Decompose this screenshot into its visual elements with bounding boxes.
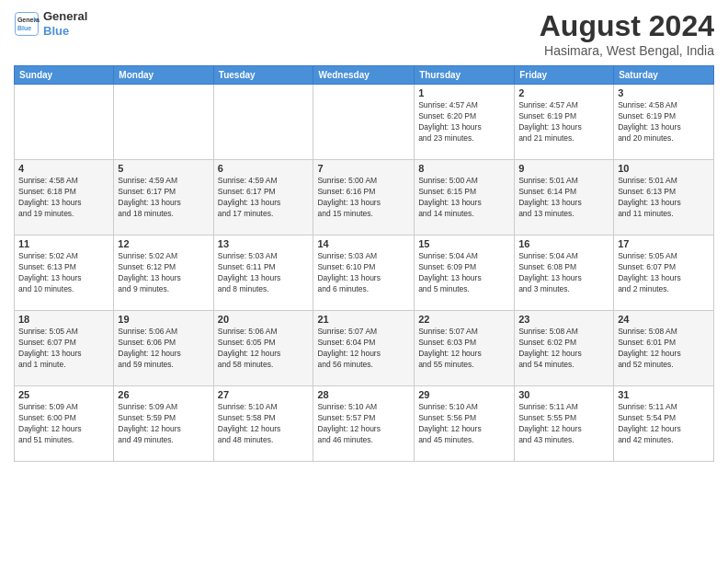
- day-number: 5: [118, 163, 209, 174]
- calendar-header-row: Sunday Monday Tuesday Wednesday Thursday…: [15, 66, 714, 85]
- day-number: 23: [518, 314, 609, 325]
- table-row: 18Sunrise: 5:05 AM Sunset: 6:07 PM Dayli…: [15, 311, 114, 386]
- day-number: 16: [518, 238, 609, 249]
- day-number: 2: [518, 87, 609, 98]
- day-info: Sunrise: 5:06 AM Sunset: 6:06 PM Dayligh…: [118, 327, 209, 371]
- day-number: 19: [118, 314, 209, 325]
- week-row-3: 11Sunrise: 5:02 AM Sunset: 6:13 PM Dayli…: [15, 236, 714, 311]
- table-row: 2Sunrise: 4:57 AM Sunset: 6:19 PM Daylig…: [515, 85, 614, 160]
- day-info: Sunrise: 5:08 AM Sunset: 6:01 PM Dayligh…: [618, 327, 710, 371]
- day-number: 17: [618, 238, 710, 249]
- table-row: 20Sunrise: 5:06 AM Sunset: 6:05 PM Dayli…: [213, 311, 313, 386]
- table-row: 7Sunrise: 5:00 AM Sunset: 6:16 PM Daylig…: [313, 160, 415, 236]
- day-number: 27: [218, 389, 310, 400]
- table-row: 28Sunrise: 5:10 AM Sunset: 5:57 PM Dayli…: [313, 386, 415, 462]
- logo-icon: General Blue: [14, 11, 40, 37]
- col-monday: Monday: [114, 66, 213, 85]
- col-saturday: Saturday: [614, 66, 714, 85]
- table-row: [114, 85, 213, 160]
- logo-text: General Blue: [43, 9, 87, 38]
- day-number: 13: [218, 238, 310, 249]
- col-thursday: Thursday: [415, 66, 515, 85]
- day-info: Sunrise: 5:04 AM Sunset: 6:09 PM Dayligh…: [418, 251, 510, 295]
- table-row: 30Sunrise: 5:11 AM Sunset: 5:55 PM Dayli…: [515, 386, 614, 462]
- day-number: 18: [18, 314, 109, 325]
- table-row: 24Sunrise: 5:08 AM Sunset: 6:01 PM Dayli…: [614, 311, 714, 386]
- col-wednesday: Wednesday: [313, 66, 415, 85]
- day-info: Sunrise: 5:00 AM Sunset: 6:16 PM Dayligh…: [317, 176, 410, 220]
- day-number: 3: [618, 87, 710, 98]
- day-info: Sunrise: 5:04 AM Sunset: 6:08 PM Dayligh…: [518, 251, 609, 295]
- table-row: [313, 85, 415, 160]
- table-row: 4Sunrise: 4:58 AM Sunset: 6:18 PM Daylig…: [15, 160, 114, 236]
- day-info: Sunrise: 4:57 AM Sunset: 6:19 PM Dayligh…: [518, 100, 609, 144]
- day-info: Sunrise: 5:11 AM Sunset: 5:54 PM Dayligh…: [618, 402, 710, 446]
- table-row: 11Sunrise: 5:02 AM Sunset: 6:13 PM Dayli…: [15, 236, 114, 311]
- table-row: 10Sunrise: 5:01 AM Sunset: 6:13 PM Dayli…: [614, 160, 714, 236]
- day-info: Sunrise: 5:01 AM Sunset: 6:14 PM Dayligh…: [518, 176, 609, 220]
- calendar-table: Sunday Monday Tuesday Wednesday Thursday…: [14, 65, 714, 462]
- day-info: Sunrise: 5:08 AM Sunset: 6:02 PM Dayligh…: [518, 327, 609, 371]
- day-number: 11: [18, 238, 109, 249]
- month-title: August 2024: [540, 9, 714, 43]
- day-info: Sunrise: 5:09 AM Sunset: 5:59 PM Dayligh…: [118, 402, 209, 446]
- day-info: Sunrise: 4:57 AM Sunset: 6:20 PM Dayligh…: [418, 100, 510, 144]
- title-block: August 2024 Hasimara, West Bengal, India: [540, 9, 714, 58]
- day-number: 25: [18, 389, 109, 400]
- col-tuesday: Tuesday: [213, 66, 313, 85]
- day-info: Sunrise: 5:11 AM Sunset: 5:55 PM Dayligh…: [518, 402, 609, 446]
- table-row: 12Sunrise: 5:02 AM Sunset: 6:12 PM Dayli…: [114, 236, 213, 311]
- day-info: Sunrise: 5:10 AM Sunset: 5:58 PM Dayligh…: [218, 402, 310, 446]
- table-row: 31Sunrise: 5:11 AM Sunset: 5:54 PM Dayli…: [614, 386, 714, 462]
- week-row-5: 25Sunrise: 5:09 AM Sunset: 6:00 PM Dayli…: [15, 386, 714, 462]
- table-row: 17Sunrise: 5:05 AM Sunset: 6:07 PM Dayli…: [614, 236, 714, 311]
- svg-text:Blue: Blue: [17, 25, 31, 31]
- day-number: 26: [118, 389, 209, 400]
- table-row: 25Sunrise: 5:09 AM Sunset: 6:00 PM Dayli…: [15, 386, 114, 462]
- header: General Blue General Blue August 2024 Ha…: [14, 9, 714, 58]
- table-row: 6Sunrise: 4:59 AM Sunset: 6:17 PM Daylig…: [213, 160, 313, 236]
- day-number: 20: [218, 314, 310, 325]
- day-info: Sunrise: 4:58 AM Sunset: 6:18 PM Dayligh…: [18, 176, 109, 220]
- day-number: 21: [317, 314, 410, 325]
- day-number: 28: [317, 389, 410, 400]
- day-info: Sunrise: 5:02 AM Sunset: 6:12 PM Dayligh…: [118, 251, 209, 295]
- table-row: 8Sunrise: 5:00 AM Sunset: 6:15 PM Daylig…: [415, 160, 515, 236]
- table-row: 22Sunrise: 5:07 AM Sunset: 6:03 PM Dayli…: [415, 311, 515, 386]
- table-row: 14Sunrise: 5:03 AM Sunset: 6:10 PM Dayli…: [313, 236, 415, 311]
- day-info: Sunrise: 5:00 AM Sunset: 6:15 PM Dayligh…: [418, 176, 510, 220]
- table-row: 29Sunrise: 5:10 AM Sunset: 5:56 PM Dayli…: [415, 386, 515, 462]
- week-row-4: 18Sunrise: 5:05 AM Sunset: 6:07 PM Dayli…: [15, 311, 714, 386]
- day-info: Sunrise: 5:06 AM Sunset: 6:05 PM Dayligh…: [218, 327, 310, 371]
- day-info: Sunrise: 5:05 AM Sunset: 6:07 PM Dayligh…: [618, 251, 710, 295]
- day-info: Sunrise: 4:58 AM Sunset: 6:19 PM Dayligh…: [618, 100, 710, 144]
- day-number: 4: [18, 163, 109, 174]
- col-sunday: Sunday: [15, 66, 114, 85]
- table-row: 15Sunrise: 5:04 AM Sunset: 6:09 PM Dayli…: [415, 236, 515, 311]
- table-row: [213, 85, 313, 160]
- day-info: Sunrise: 5:01 AM Sunset: 6:13 PM Dayligh…: [618, 176, 710, 220]
- table-row: 5Sunrise: 4:59 AM Sunset: 6:17 PM Daylig…: [114, 160, 213, 236]
- table-row: 13Sunrise: 5:03 AM Sunset: 6:11 PM Dayli…: [213, 236, 313, 311]
- table-row: 1Sunrise: 4:57 AM Sunset: 6:20 PM Daylig…: [415, 85, 515, 160]
- day-number: 8: [418, 163, 510, 174]
- day-number: 30: [518, 389, 609, 400]
- day-info: Sunrise: 5:03 AM Sunset: 6:10 PM Dayligh…: [317, 251, 410, 295]
- week-row-2: 4Sunrise: 4:58 AM Sunset: 6:18 PM Daylig…: [15, 160, 714, 236]
- table-row: 9Sunrise: 5:01 AM Sunset: 6:14 PM Daylig…: [515, 160, 614, 236]
- day-info: Sunrise: 5:07 AM Sunset: 6:03 PM Dayligh…: [418, 327, 510, 371]
- day-number: 7: [317, 163, 410, 174]
- day-number: 31: [618, 389, 710, 400]
- day-info: Sunrise: 5:09 AM Sunset: 6:00 PM Dayligh…: [18, 402, 109, 446]
- day-info: Sunrise: 5:02 AM Sunset: 6:13 PM Dayligh…: [18, 251, 109, 295]
- day-number: 14: [317, 238, 410, 249]
- table-row: 16Sunrise: 5:04 AM Sunset: 6:08 PM Dayli…: [515, 236, 614, 311]
- logo-line2: Blue: [43, 24, 87, 39]
- page: General Blue General Blue August 2024 Ha…: [0, 0, 728, 563]
- day-number: 12: [118, 238, 209, 249]
- day-number: 22: [418, 314, 510, 325]
- logo: General Blue General Blue: [14, 9, 87, 38]
- day-info: Sunrise: 4:59 AM Sunset: 6:17 PM Dayligh…: [118, 176, 209, 220]
- day-number: 6: [218, 163, 310, 174]
- week-row-1: 1Sunrise: 4:57 AM Sunset: 6:20 PM Daylig…: [15, 85, 714, 160]
